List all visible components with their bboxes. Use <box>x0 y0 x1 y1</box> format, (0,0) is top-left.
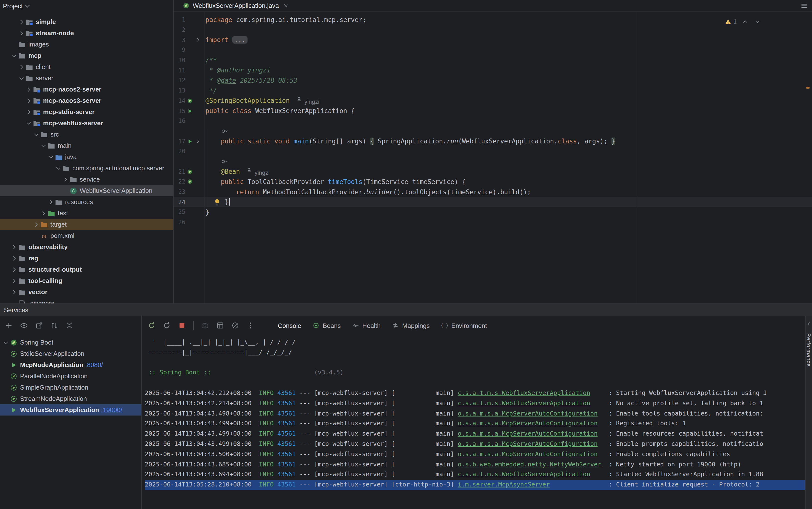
chevron-right-icon[interactable] <box>10 288 18 296</box>
project-item-src[interactable]: src <box>0 129 173 140</box>
editor-line-3[interactable]: 3import ... <box>174 35 812 45</box>
bean-gutter-icon[interactable] <box>186 97 194 105</box>
editor-inlay-row[interactable] <box>174 157 812 166</box>
tab-health[interactable]: Health <box>346 318 386 332</box>
project-item-observability[interactable]: observability <box>0 241 173 252</box>
project-item-com-spring-ai-tutorial-mcp-server[interactable]: com.spring.ai.tutorial.mcp.server <box>0 163 173 174</box>
inspection-widget[interactable]: 1 <box>724 18 761 26</box>
editor-line-15[interactable]: 15public class WebfluxServerApplication … <box>174 106 812 116</box>
bean-gutter-icon[interactable] <box>186 178 194 186</box>
project-item-images[interactable]: images <box>0 39 173 50</box>
project-item-java[interactable]: java <box>0 151 173 163</box>
project-item-mcp-webflux-server[interactable]: mcp-webflux-server <box>0 117 173 129</box>
chevron-right-icon[interactable] <box>10 243 18 251</box>
author-inlay[interactable]: yingzi <box>296 96 319 105</box>
chevron-down-icon[interactable] <box>32 130 40 138</box>
editor-line-2[interactable]: 2 <box>174 25 812 35</box>
project-item-gitignore[interactable]: .gitignore <box>0 298 173 303</box>
logger-link[interactable]: i.m.server.McpAsyncServer <box>457 481 550 488</box>
editor-line-21[interactable]: 21 @Beanyingzi <box>174 167 812 177</box>
console-log-line[interactable]: 2025-06-14T13:04:43.500+08:00 INFO 43561… <box>145 449 805 460</box>
chevron-right-icon[interactable] <box>25 97 33 104</box>
chevron-right-icon[interactable] <box>10 277 18 284</box>
service-url-link[interactable]: :8080/ <box>85 361 103 369</box>
run-gutter-icon[interactable] <box>186 137 194 145</box>
chevron-right-icon[interactable] <box>17 63 26 71</box>
chevron-down-icon[interactable] <box>25 119 33 127</box>
project-item-mcp-stdio-server[interactable]: mcp-stdio-server <box>0 106 173 117</box>
code-vision-icon[interactable] <box>221 158 228 165</box>
project-item-mcp-nacos2-server[interactable]: mcp-nacos2-server <box>0 84 173 95</box>
project-item-simple[interactable]: simple <box>0 16 173 27</box>
author-inlay[interactable]: yingzi <box>247 167 269 176</box>
console-output[interactable]: ' |____| .__|_| |_|_| |_\__, | / / / / =… <box>142 335 805 509</box>
run-gutter-icon[interactable] <box>186 107 194 115</box>
close-icon[interactable] <box>282 2 290 9</box>
chevron-right-icon[interactable] <box>40 209 47 217</box>
project-item-structured-output[interactable]: structured-output <box>0 264 173 275</box>
bulb-icon[interactable] <box>213 198 221 206</box>
editor-line-1[interactable]: 1package com.spring.ai.tutorial.mcp.serv… <box>174 15 812 25</box>
project-item-webfluxserverapplication[interactable]: CWebfluxServerApplication <box>0 185 173 196</box>
project-item-stream-node[interactable]: stream-node <box>0 27 173 39</box>
chevron-down-icon[interactable] <box>40 142 47 149</box>
editor-line-12[interactable]: 12 * @date 2025/5/28 08:53 <box>174 75 812 86</box>
project-item-service[interactable]: service <box>0 174 173 185</box>
logger-link[interactable]: o.s.a.m.s.a.McpServerAutoConfiguration <box>457 420 597 427</box>
logger-link[interactable]: o.s.a.m.s.a.McpServerAutoConfiguration <box>457 409 597 417</box>
service-item-parallelnodeapplication[interactable]: ParallelNodeApplication <box>0 371 141 382</box>
chevron-up-icon[interactable] <box>741 18 749 26</box>
chevron-right-icon[interactable] <box>25 108 33 116</box>
editor-line-10[interactable]: 10/** <box>174 55 812 65</box>
stripe-performance[interactable]: Performance <box>806 333 812 367</box>
rerun-icon[interactable] <box>148 321 155 329</box>
chevron-right-icon[interactable] <box>194 36 201 44</box>
tab-mappings[interactable]: Mappings <box>386 318 435 332</box>
project-item-resources[interactable]: resources <box>0 196 173 207</box>
editor-line-26[interactable]: 26 <box>174 217 812 227</box>
editor-line-23[interactable]: 23 return MethodToolCallbackProvider.bui… <box>174 187 812 197</box>
tab-environment[interactable]: { }Environment <box>435 318 492 332</box>
project-item-client[interactable]: client <box>0 61 173 72</box>
chevron-right-icon[interactable] <box>10 254 18 262</box>
editor-line-24[interactable]: 24 } <box>174 197 812 207</box>
hamburger-menu-icon[interactable] <box>800 2 808 9</box>
code-editor[interactable]: 1package com.spring.ai.tutorial.mcp.serv… <box>174 12 812 303</box>
logger-link[interactable]: o.s.a.m.s.a.McpServerAutoConfiguration <box>457 440 597 447</box>
chevron-down-icon[interactable] <box>2 338 10 346</box>
chevron-left-icon[interactable] <box>805 319 812 328</box>
project-item-mcp-nacos3-server[interactable]: mcp-nacos3-server <box>0 95 173 106</box>
chevron-right-icon[interactable] <box>62 175 69 183</box>
services-header[interactable]: Services <box>0 304 812 316</box>
console-log-line[interactable]: 2025-06-14T13:04:43.499+08:00 INFO 43561… <box>145 439 805 449</box>
more-icon[interactable] <box>247 321 254 329</box>
chevron-right-icon[interactable] <box>17 29 26 37</box>
eye-icon[interactable] <box>20 321 28 329</box>
console-log-line[interactable]: 2025-06-14T13:04:43.498+08:00 INFO 43561… <box>145 408 805 419</box>
logger-link[interactable]: c.s.a.t.m.s.WebfluxServerApplication <box>457 471 590 478</box>
console-log-line[interactable]: 2025-06-14T13:05:28.210+08:00 INFO 43561… <box>145 480 805 490</box>
service-item-streamnodeapplication[interactable]: StreamNodeApplication <box>0 393 141 404</box>
service-item-webfluxserverapplication[interactable]: WebfluxServerApplication:19000/ <box>0 404 141 415</box>
chevron-down-icon[interactable] <box>54 164 62 172</box>
project-item-server[interactable]: server <box>0 72 173 84</box>
project-item-test[interactable]: test <box>0 207 173 219</box>
collapse-all-icon[interactable] <box>66 321 73 329</box>
editor-inlay-row[interactable] <box>174 126 812 136</box>
console-log-line[interactable]: 2025-06-14T13:04:42.214+08:00 INFO 43561… <box>145 398 805 409</box>
project-item-vector[interactable]: vector <box>0 286 173 298</box>
chevron-down-icon[interactable] <box>17 74 26 82</box>
console-log-line[interactable]: 2025-06-14T13:04:43.499+08:00 INFO 43561… <box>145 429 805 439</box>
project-item-tool-calling[interactable]: tool-calling <box>0 275 173 286</box>
logger-link[interactable]: c.s.a.t.m.s.WebfluxServerApplication <box>457 389 590 397</box>
editor-line-13[interactable]: 13 */ <box>174 86 812 96</box>
editor-line-16[interactable]: 16 <box>174 116 812 126</box>
service-item-stdioserverapplication[interactable]: StdioServerApplication <box>0 348 141 359</box>
chevron-down-icon[interactable] <box>24 2 32 10</box>
logger-link[interactable]: o.s.a.m.s.a.McpServerAutoConfiguration <box>457 450 597 457</box>
tab-beans[interactable]: Beans <box>306 318 346 332</box>
editor-line-9[interactable]: 9 <box>174 45 812 55</box>
clear-all-icon[interactable] <box>231 321 239 329</box>
console-log-line[interactable]: 2025-06-14T13:04:42.212+08:00 INFO 43561… <box>145 388 805 398</box>
chevron-down-icon[interactable] <box>10 52 18 60</box>
